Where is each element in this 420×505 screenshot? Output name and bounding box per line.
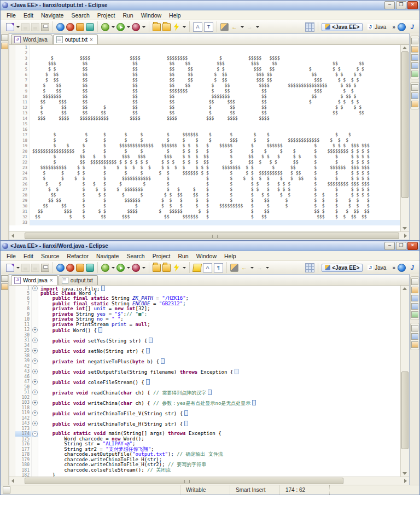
- collapsed-region-icon[interactable]: [146, 348, 150, 353]
- debug-icon[interactable]: [101, 23, 109, 31]
- menu-edit[interactable]: Edit: [20, 11, 37, 20]
- debug-icon-dropdown[interactable]: [112, 26, 115, 28]
- new-wizard-icon[interactable]: [6, 23, 14, 31]
- menu-file[interactable]: File: [3, 252, 20, 260]
- menu-project[interactable]: Project: [149, 252, 174, 260]
- scroll-left-icon[interactable]: [11, 479, 14, 483]
- vertical-scrollbar[interactable]: [400, 45, 409, 231]
- open-perspective-icon[interactable]: [305, 22, 314, 32]
- perspective-java[interactable]: JJava: [365, 264, 389, 271]
- restore-fast-view-icon[interactable]: [1, 275, 8, 282]
- open-perspective-icon[interactable]: [305, 263, 314, 272]
- collapsed-region-icon[interactable]: [252, 400, 256, 405]
- mark-occurrences-icon[interactable]: [192, 264, 202, 272]
- menu-window[interactable]: Window: [137, 11, 165, 20]
- print-icon[interactable]: [41, 23, 49, 31]
- perspective-java[interactable]: JJava: [365, 24, 389, 31]
- save-all-icon[interactable]: [31, 264, 39, 272]
- menu-window[interactable]: Window: [192, 252, 220, 260]
- tab-word-java[interactable]: JWord.java×: [11, 275, 58, 285]
- restore-button[interactable]: ❐: [396, 242, 406, 250]
- menu-project[interactable]: Project: [94, 11, 119, 20]
- menu-search[interactable]: Search: [67, 11, 93, 20]
- tab-output-txt[interactable]: output.txt: [59, 275, 98, 285]
- scroll-right-icon[interactable]: [404, 479, 407, 483]
- scroll-right-icon[interactable]: [404, 234, 407, 238]
- new-wizard-icon[interactable]: [6, 264, 14, 272]
- web-browser-icon[interactable]: [56, 264, 65, 272]
- perspective-java-ee[interactable]: <Java EE>: [322, 23, 363, 31]
- minimize-button[interactable]: –: [384, 1, 395, 9]
- menu-run[interactable]: Run: [174, 252, 192, 260]
- vertical-scroll-thumb[interactable]: [401, 372, 409, 449]
- tab-word-java[interactable]: JWord.java: [11, 34, 52, 44]
- titlebar[interactable]: <Java EE> - lianxi/output.txt - Eclipse …: [1, 1, 419, 10]
- restore-view-icon[interactable]: [411, 278, 418, 285]
- publish-icon[interactable]: [66, 23, 74, 31]
- tab-output-txt[interactable]: output.txt×: [53, 34, 98, 44]
- save-icon[interactable]: [21, 264, 30, 272]
- text-editor-output-txt[interactable]: 123 $ $$$$ $$$$ $$$$$$$$ $ $$$$$ $$$$ 4 …: [9, 45, 400, 231]
- new-folder-icon[interactable]: [162, 23, 171, 31]
- close-button[interactable]: ×: [407, 242, 418, 250]
- minimize-button[interactable]: –: [384, 242, 395, 250]
- java-editor-word-java[interactable]: 1+import java.io.File;5public class Word…: [9, 286, 400, 477]
- collapsed-region-icon[interactable]: [161, 358, 165, 364]
- web-browser-small-icon[interactable]: [398, 23, 406, 31]
- servers-view-icon[interactable]: [411, 303, 418, 310]
- new-wizard-lightning-icon-dropdown[interactable]: [183, 26, 186, 28]
- collapsed-region-icon[interactable]: [208, 390, 212, 395]
- collapsed-region-icon[interactable]: [184, 421, 188, 426]
- perspective-java-ee[interactable]: <Java EE>: [322, 264, 363, 272]
- tasks-view-icon[interactable]: [411, 341, 418, 348]
- open-folder-icon[interactable]: [153, 23, 161, 31]
- collapsed-region-icon[interactable]: [98, 327, 102, 333]
- debug-icon-dropdown[interactable]: [112, 267, 115, 269]
- forward-icon[interactable]: →: [255, 264, 264, 272]
- fold-expand-icon[interactable]: +: [32, 421, 38, 426]
- fold-expand-icon[interactable]: +: [32, 379, 38, 385]
- perspective-overflow-icon[interactable]: »: [391, 265, 395, 271]
- menu-navigate[interactable]: Navigate: [92, 252, 122, 260]
- run-icon-dropdown[interactable]: [127, 26, 130, 28]
- run-icon[interactable]: [116, 264, 125, 272]
- scroll-down-icon[interactable]: [402, 227, 407, 230]
- show-source-icon[interactable]: A: [203, 263, 212, 272]
- scroll-up-icon[interactable]: [402, 287, 407, 290]
- restore-fast-view-icon[interactable]: [1, 34, 8, 41]
- fold-expand-icon[interactable]: +: [32, 390, 38, 395]
- project-explorer-icon[interactable]: [1, 283, 8, 290]
- close-button[interactable]: ×: [407, 1, 418, 9]
- collapsed-region-icon[interactable]: [235, 369, 238, 374]
- web-browser-small-icon[interactable]: [398, 264, 406, 272]
- external-tools-icon-dropdown[interactable]: [142, 26, 145, 28]
- restore-view-icon[interactable]: [411, 325, 418, 332]
- menu-edit[interactable]: Edit: [20, 252, 37, 260]
- palette-view-icon[interactable]: [411, 287, 418, 293]
- horizontal-scrollbar[interactable]: [9, 477, 409, 485]
- scroll-left-icon[interactable]: [11, 234, 14, 238]
- collapsed-region-icon[interactable]: [101, 286, 105, 291]
- annotation-a-icon[interactable]: A: [193, 22, 202, 32]
- java-user-icon[interactable]: J: [408, 23, 416, 31]
- back-icon-dropdown[interactable]: [241, 26, 244, 28]
- collapsed-region-icon[interactable]: [146, 379, 150, 385]
- new-wizard-icon-dropdown[interactable]: [16, 267, 20, 269]
- forward-icon-dropdown[interactable]: [256, 26, 259, 28]
- collapsed-region-icon[interactable]: [149, 338, 153, 343]
- java-user-icon[interactable]: J: [408, 264, 416, 272]
- open-folder-icon[interactable]: [153, 264, 161, 272]
- outline-view-icon[interactable]: [411, 92, 418, 99]
- menu-navigate[interactable]: Navigate: [37, 11, 67, 20]
- new-wizard-icon-dropdown[interactable]: [16, 26, 20, 28]
- restore-view-icon[interactable]: [411, 84, 418, 91]
- restore-button[interactable]: ❐: [396, 1, 406, 9]
- perspective-overflow-icon[interactable]: »: [391, 24, 395, 30]
- new-wizard-lightning-icon[interactable]: [172, 264, 180, 272]
- last-edit-icon[interactable]: [220, 23, 229, 31]
- ant-build-icon[interactable]: [76, 264, 84, 272]
- publish-icon[interactable]: [66, 264, 74, 272]
- last-edit-icon[interactable]: [230, 264, 238, 272]
- back-icon-dropdown[interactable]: [250, 267, 254, 269]
- servers-view-icon[interactable]: [411, 62, 418, 69]
